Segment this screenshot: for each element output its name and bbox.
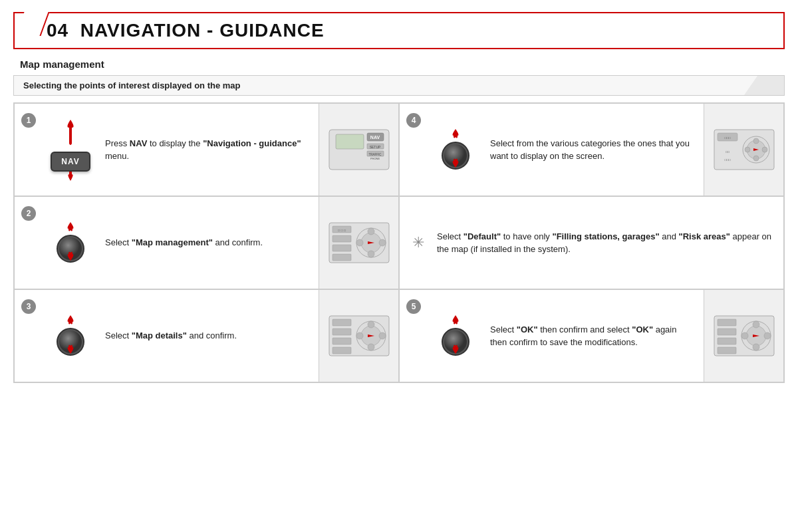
step-3-device-svg — [326, 313, 392, 359]
step-3-icon — [44, 313, 97, 359]
svg-text:NAV: NAV — [370, 135, 380, 140]
step-4-dial-icon — [440, 126, 471, 173]
step-1-icon: NAV — [44, 118, 97, 181]
step-gear-text: Select "Default" to have only "Filling s… — [437, 230, 775, 256]
svg-rect-61 — [718, 347, 736, 354]
svg-rect-33 — [332, 235, 351, 242]
step-5-device — [704, 290, 783, 382]
nav-button-icon: NAV — [51, 152, 90, 172]
steps-grid: 1 NAV Press NAV to display the "Navigati… — [13, 102, 785, 383]
svg-text:□□□: □□□ — [724, 158, 730, 162]
step-2-icon — [44, 219, 97, 266]
svg-rect-1 — [336, 134, 364, 149]
page-header: 04 NAVIGATION - GUIDANCE — [13, 12, 785, 49]
step-4-device-svg: □□□ □□ □□□ — [711, 126, 777, 173]
step-5-icon — [429, 313, 482, 359]
step-3-text: Select "Map details" and confirm. — [105, 329, 311, 342]
svg-text:□□□: □□□ — [724, 136, 730, 140]
svg-rect-34 — [332, 245, 351, 251]
svg-point-27 — [368, 228, 374, 235]
step-1-arrow-icon — [57, 118, 84, 152]
step-1-device-svg: NAV SETUP TRAFFIC PHONE — [326, 126, 392, 173]
svg-point-42 — [368, 344, 374, 350]
step-2-dial-icon — [55, 219, 86, 266]
svg-point-55 — [753, 344, 759, 350]
step-4-device: □□□ □□ □□□ — [704, 104, 783, 196]
header-title: 04 NAVIGATION - GUIDANCE — [27, 20, 325, 41]
svg-text:□ □ □: □ □ □ — [338, 228, 346, 232]
svg-point-54 — [753, 321, 759, 328]
svg-rect-48 — [332, 347, 351, 354]
step-1-device: NAV SETUP TRAFFIC PHONE — [319, 104, 398, 196]
step-5-dial-icon — [440, 313, 471, 359]
svg-rect-59 — [718, 329, 736, 335]
step-3: 3 Select "Map details" and conf — [14, 289, 399, 382]
gear-icon: ✳ — [412, 234, 424, 251]
svg-point-28 — [368, 251, 374, 257]
section-heading: Map management — [13, 59, 785, 70]
step-1-down-arrow-icon — [64, 172, 77, 181]
svg-rect-58 — [718, 319, 736, 326]
svg-rect-46 — [332, 329, 351, 335]
svg-text:SETUP: SETUP — [369, 145, 380, 149]
step-5: 5 Select "OK" then confirm and — [399, 289, 784, 382]
step-2-number: 2 — [21, 206, 36, 221]
step-4: 4 Select from the various categ — [399, 103, 784, 196]
step-1: 1 NAV Press NAV to display the "Navigati… — [14, 103, 399, 196]
svg-point-29 — [356, 239, 363, 246]
svg-point-30 — [379, 239, 386, 246]
step-2-text: Select "Map management" and confirm. — [105, 236, 311, 249]
step-5-device-svg — [711, 313, 777, 359]
svg-point-17 — [753, 156, 759, 161]
svg-text:TRAFFIC: TRAFFIC — [368, 153, 382, 156]
subtitle-bar: Selecting the points of interest display… — [13, 75, 785, 96]
svg-rect-35 — [332, 254, 351, 261]
step-1-number: 1 — [21, 113, 36, 128]
svg-rect-47 — [332, 338, 351, 344]
svg-point-19 — [762, 147, 767, 152]
svg-point-57 — [764, 332, 771, 339]
step-4-text: Select from the various categories the o… — [490, 137, 696, 163]
svg-point-18 — [745, 147, 750, 152]
svg-text:PHONE: PHONE — [370, 157, 380, 160]
step-4-number: 4 — [406, 113, 421, 128]
step-5-text: Select "OK" then confirm and select "OK"… — [490, 323, 696, 349]
svg-text:□□: □□ — [725, 150, 729, 154]
step-5-number: 5 — [406, 299, 421, 314]
step-3-dial-icon — [55, 313, 86, 359]
step-gear: ✳ Select "Default" to have only "Filling… — [399, 196, 784, 289]
step-3-number: 3 — [21, 299, 36, 314]
step-2-device: □ □ □ — [319, 197, 398, 289]
svg-point-16 — [753, 138, 759, 144]
svg-point-43 — [356, 332, 363, 339]
svg-point-56 — [741, 332, 748, 339]
svg-rect-45 — [332, 319, 351, 326]
step-3-device — [319, 290, 398, 382]
svg-rect-60 — [718, 338, 736, 344]
step-2: 2 Select "Map management" and c — [14, 196, 399, 289]
svg-point-44 — [379, 332, 386, 339]
step-1-text: Press NAV to display the "Navigation - g… — [105, 137, 311, 163]
step-4-icon — [429, 126, 482, 173]
svg-point-41 — [368, 321, 374, 328]
step-2-device-svg: □ □ □ — [326, 219, 392, 266]
